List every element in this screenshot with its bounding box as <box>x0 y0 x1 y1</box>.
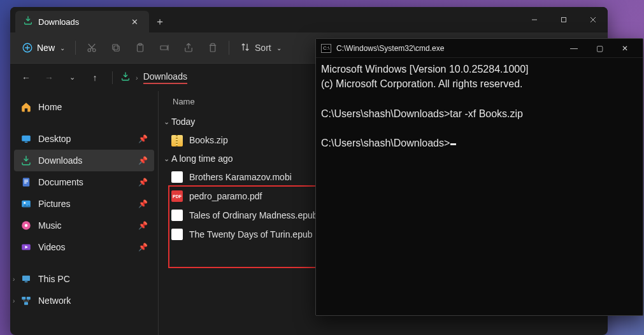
recent-locations-button[interactable]: ⌄ <box>62 68 82 87</box>
chevron-down-icon: ⌄ <box>161 155 171 163</box>
sidebar-item-pictures[interactable]: Pictures 📌 <box>14 193 154 215</box>
cmd-window: C:\ C:\Windows\System32\cmd.exe — ▢ ✕ Mi… <box>315 38 643 316</box>
maximize-button[interactable] <box>549 7 578 32</box>
sidebar-item-music[interactable]: Music 📌 <box>14 215 154 236</box>
sidebar-label: Network <box>38 296 71 306</box>
cmd-close-button[interactable]: ✕ <box>612 39 638 57</box>
column-name[interactable]: Name <box>173 97 195 106</box>
close-tab-icon[interactable]: ✕ <box>127 15 141 29</box>
svg-rect-18 <box>22 136 31 141</box>
group-label: Today <box>171 117 195 127</box>
svg-rect-32 <box>22 297 25 300</box>
svg-point-25 <box>24 202 25 204</box>
sidebar-label: Desktop <box>38 134 71 144</box>
sidebar-item-desktop[interactable]: Desktop 📌 <box>14 128 154 150</box>
file-icon <box>171 210 183 221</box>
svg-rect-12 <box>113 45 118 50</box>
svg-point-27 <box>25 224 28 227</box>
rename-button[interactable] <box>154 37 175 59</box>
cmd-line: (c) Microsoft Corporation. All rights re… <box>321 78 523 89</box>
sidebar-label: Home <box>38 102 62 112</box>
sidebar-label: Videos <box>38 242 66 252</box>
sidebar-item-home[interactable]: Home <box>14 96 154 118</box>
file-name: Books.zip <box>189 135 228 145</box>
chevron-down-icon: ⌄ <box>161 118 171 126</box>
pin-icon: 📌 <box>138 156 148 165</box>
sort-label: Sort <box>255 43 271 53</box>
cmd-line: Microsoft Windows [Version 10.0.25284.10… <box>321 64 529 75</box>
svg-rect-11 <box>114 46 119 51</box>
file-name: pedro_paramo.pdf <box>189 191 262 201</box>
svg-rect-1 <box>562 18 566 22</box>
cut-button[interactable] <box>81 37 103 59</box>
svg-rect-15 <box>161 46 168 50</box>
sidebar-label: Music <box>38 220 62 231</box>
pin-icon: 📌 <box>138 134 148 143</box>
pin-icon: 📌 <box>138 221 148 230</box>
breadcrumb-downloads[interactable]: Downloads <box>143 71 187 84</box>
chevron-down-icon: ⌄ <box>60 45 65 52</box>
up-button[interactable]: ↑ <box>85 68 104 87</box>
plus-circle-icon <box>22 42 33 53</box>
new-tab-button[interactable]: ＋ <box>149 11 171 32</box>
share-button[interactable] <box>178 37 199 59</box>
chevron-right-icon: › <box>13 276 15 283</box>
close-button[interactable] <box>578 7 608 32</box>
sort-icon <box>240 41 251 55</box>
new-button[interactable]: New ⌄ <box>17 37 70 59</box>
svg-rect-21 <box>24 180 28 180</box>
paste-button[interactable] <box>129 37 151 59</box>
address-separator <box>112 71 113 84</box>
download-icon <box>120 71 131 83</box>
svg-rect-22 <box>24 182 28 182</box>
cmd-minimize-button[interactable]: — <box>561 39 587 57</box>
cmd-title-text: C:\Windows\System32\cmd.exe <box>336 44 444 53</box>
new-label: New <box>37 43 55 53</box>
pin-icon: 📌 <box>138 178 148 187</box>
sidebar-item-network[interactable]: › Network <box>14 290 154 311</box>
pin-icon: 📌 <box>138 243 148 252</box>
cmd-window-controls: — ▢ ✕ <box>561 39 638 57</box>
window-controls <box>520 7 608 32</box>
delete-button[interactable] <box>202 37 224 59</box>
toolbar-separator <box>229 41 229 55</box>
cmd-cursor <box>450 143 456 145</box>
svg-rect-33 <box>27 297 31 300</box>
cmd-output[interactable]: Microsoft Windows [Version 10.0.25284.10… <box>316 58 643 315</box>
sidebar-item-thispc[interactable]: › This PC <box>14 268 154 290</box>
svg-rect-20 <box>23 178 30 187</box>
chevron-right-icon: › <box>13 297 15 304</box>
file-name: Tales of Ordinary Madness.epub <box>189 210 318 220</box>
sidebar-item-videos[interactable]: Videos 📌 <box>14 236 154 258</box>
cmd-icon: C:\ <box>321 44 331 53</box>
pdf-icon: PDF <box>171 190 183 202</box>
minimize-button[interactable] <box>520 7 549 32</box>
file-name: Brothers Karamazov.mobi <box>189 172 292 182</box>
group-label: A long time ago <box>171 153 233 164</box>
svg-rect-19 <box>25 142 28 143</box>
svg-rect-31 <box>25 282 28 283</box>
file-icon <box>171 171 183 183</box>
back-button[interactable]: ← <box>17 68 36 87</box>
cmd-command: tar -xf Books.zip <box>450 108 523 119</box>
download-icon <box>23 15 33 28</box>
cmd-titlebar[interactable]: C:\ C:\Windows\System32\cmd.exe — ▢ ✕ <box>316 39 643 58</box>
cmd-prompt: C:\Users\shash\Downloads> <box>321 108 450 119</box>
copy-button[interactable] <box>105 37 127 59</box>
toolbar-separator <box>75 41 76 55</box>
svg-rect-17 <box>210 45 215 52</box>
sidebar-item-documents[interactable]: Documents 📌 <box>14 171 154 193</box>
sidebar-label: Pictures <box>38 199 71 209</box>
sidebar-label: This PC <box>38 274 70 284</box>
forward-button[interactable]: → <box>39 68 59 87</box>
svg-rect-23 <box>24 183 27 183</box>
cmd-maximize-button[interactable]: ▢ <box>587 39 612 57</box>
tab-downloads[interactable]: Downloads ✕ <box>15 11 149 32</box>
svg-rect-30 <box>22 276 30 281</box>
chevron-right-icon: › <box>136 74 138 82</box>
sort-button[interactable]: Sort ⌄ <box>234 37 287 59</box>
breadcrumb[interactable]: › Downloads <box>120 71 187 84</box>
sidebar-item-downloads[interactable]: Downloads 📌 <box>14 150 154 171</box>
svg-rect-34 <box>24 302 28 305</box>
pin-icon: 📌 <box>138 199 148 208</box>
